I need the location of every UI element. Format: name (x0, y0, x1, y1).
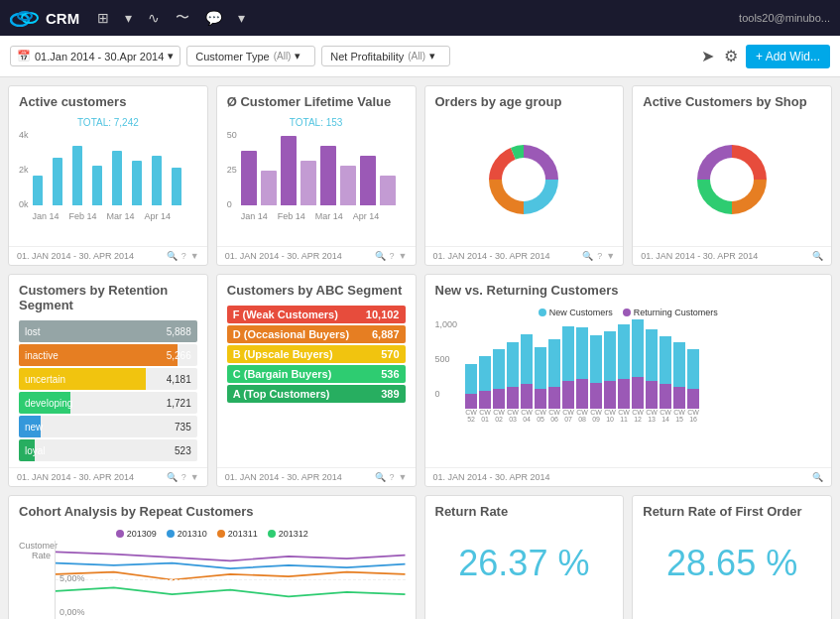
active-customers-title: Active customers (9, 86, 207, 113)
legend-201309: 201309 (116, 529, 157, 539)
line-201312 (56, 587, 406, 596)
cohort-legend: 201309 201310 201311 201312 (19, 527, 406, 541)
search-icon[interactable]: 🔍 (812, 472, 823, 482)
cw-label: CW05 (535, 409, 546, 423)
cohort-svg (56, 541, 406, 619)
filter-icon[interactable]: ▼ (190, 472, 199, 482)
nav-icons: ⊞ ▾ ∿ 〜 💬 ▾ (93, 7, 249, 29)
help-icon[interactable]: ? (181, 251, 186, 261)
cw-labels: CW52 CW01 CW02 CW03 CW04 CW05 CW06 CW07 … (461, 409, 821, 423)
help-icon[interactable]: ? (390, 472, 395, 482)
stacked-bar (535, 347, 546, 409)
search-icon[interactable]: 🔍 (582, 251, 593, 261)
lifetime-total: TOTAL: 153 (227, 117, 406, 128)
new-vs-returning-chart-area: 1,000 500 0 (435, 319, 822, 423)
active-by-shop-card: Active Customers by Shop 01. JAN 2014 - … (632, 85, 832, 266)
y-tick-mid: 5,00% (60, 573, 85, 583)
abc-value-a: 389 (381, 388, 399, 400)
legend-returning: Returning Customers (623, 308, 718, 317)
settings-button[interactable]: ⚙ (722, 45, 740, 67)
active-by-shop-body (633, 113, 831, 246)
return-rate-value: 26.37 % (425, 523, 624, 604)
footer-date: 01. JAN 2014 - 30. APR 2014 (433, 472, 550, 482)
search-icon[interactable]: 🔍 (167, 251, 178, 261)
dashboard: Active customers TOTAL: 7,242 4k 2k 0k (0, 77, 840, 619)
footer-icons: 🔍 ? ▼ (167, 472, 199, 482)
grid-icon[interactable]: ⊞ (93, 8, 113, 28)
chevron-down-icon[interactable]: ▾ (121, 8, 136, 28)
abc-row-a: A (Top Customers) 389 (227, 385, 406, 403)
retention-title: Customers by Retention Segment (9, 275, 207, 316)
filter-icon[interactable]: ▼ (606, 251, 615, 261)
cw-label: CW09 (590, 409, 602, 423)
bar (72, 146, 82, 205)
chart-icon[interactable]: ∿ (144, 8, 164, 28)
cw-label: CW14 (660, 409, 671, 423)
abc-row-f: F (Weak Customers) 10,102 (227, 306, 406, 323)
lifetime-value-body: TOTAL: 153 50 25 0 (217, 113, 416, 246)
cohort-body: 201309 201310 201311 201312 Customer Rat… (9, 523, 416, 619)
net-profitability-filter[interactable]: Net Profitability (All) ▾ (321, 46, 450, 66)
legend-201311: 201311 (217, 529, 258, 539)
cohort-chart: 0,00% 5,00% (55, 541, 406, 619)
abc-row-b: B (Upscale Buyers) 570 (227, 345, 406, 363)
bar (132, 161, 142, 205)
menu-chevron-icon[interactable]: ▾ (234, 8, 249, 28)
footer-date: 01. JAN 2014 - 30. APR 2014 (17, 251, 134, 261)
help-icon[interactable]: ? (181, 472, 186, 482)
line-201309 (56, 552, 406, 560)
filter-icon[interactable]: ▼ (399, 251, 408, 261)
date-range-filter[interactable]: 📅 01.Jan 2014 - 30.Apr 2014 ▾ (10, 46, 180, 66)
legend-label: 201309 (127, 529, 157, 539)
app-logo: CRM (10, 9, 79, 27)
y-axis-nvr: 1,000 500 0 (435, 319, 462, 399)
legend-label: 201312 (279, 529, 308, 539)
filter-icon[interactable]: ▼ (190, 251, 199, 261)
filter-bar: 📅 01.Jan 2014 - 30.Apr 2014 ▾ Customer T… (0, 36, 840, 77)
help-icon[interactable]: ? (390, 251, 395, 261)
nvr-footer: 01. JAN 2014 - 30. APR 2014 🔍 (425, 467, 832, 486)
retention-value: 5,888 (167, 326, 197, 337)
retention-row-loyal: loyal 523 (19, 439, 197, 461)
cw-label: CW12 (632, 409, 644, 423)
share-button[interactable]: ➤ (699, 45, 716, 67)
legend-label: 201311 (228, 529, 258, 539)
retention-label: loyal (19, 445, 175, 456)
footer-date: 01. JAN 2014 - 30. APR 2014 (433, 251, 550, 261)
retention-value: 1,721 (167, 398, 197, 409)
abc-row-c: C (Bargain Buyers) 536 (227, 365, 406, 383)
filter-icon[interactable]: ▼ (399, 472, 408, 482)
footer-date: 01. JAN 2014 - 30. APR 2014 (225, 472, 342, 482)
active-customers-total: TOTAL: 7,242 (19, 117, 197, 128)
customer-type-filter[interactable]: Customer Type (All) ▾ (186, 46, 315, 66)
bar (112, 151, 122, 205)
lifetime-footer: 01. JAN 2014 - 30. APR 2014 🔍 ? ▼ (217, 246, 416, 265)
abc-label-b: B (Upscale Buyers) (233, 348, 333, 360)
svg-point-4 (502, 158, 545, 201)
chat-icon[interactable]: 💬 (201, 8, 226, 28)
search-icon[interactable]: 🔍 (812, 251, 823, 261)
stacked-bar (507, 342, 519, 409)
retention-row-inactive: inactive 5,266 (19, 344, 197, 366)
orders-age-footer: 01. JAN 2014 - 30. APR 2014 🔍 ? ▼ (425, 246, 624, 265)
abc-value-f: 10,102 (366, 309, 400, 320)
legend-label: 201310 (178, 529, 207, 539)
return-rate-first-card: Return Rate of First Order 28.65 % 01. J… (632, 495, 832, 619)
add-widget-button[interactable]: + Add Wid... (746, 45, 830, 68)
lv-bar (380, 176, 396, 205)
search-icon[interactable]: 🔍 (375, 472, 386, 482)
new-vs-returning-title: New vs. Returning Customers (425, 275, 832, 302)
tilde-icon[interactable]: 〜 (172, 7, 193, 29)
footer-date: 01. JAN 2014 - 30. APR 2014 (641, 251, 758, 261)
search-icon[interactable]: 🔍 (167, 472, 178, 482)
search-icon[interactable]: 🔍 (375, 251, 386, 261)
date-range-value: 01.Jan 2014 - 30.Apr 2014 (35, 51, 164, 62)
cohort-card: Cohort Analysis by Repeat Customers 2013… (8, 495, 417, 619)
retention-row-developing: developing 1,721 (19, 392, 197, 414)
return-rate-first-value: 28.65 % (633, 523, 831, 604)
cw-label: CW16 (687, 409, 699, 423)
abc-label-d: D (Occasional Buyers) (233, 328, 349, 340)
legend-dot (268, 530, 276, 538)
date-chevron-icon: ▾ (168, 50, 174, 62)
help-icon[interactable]: ? (597, 251, 602, 261)
